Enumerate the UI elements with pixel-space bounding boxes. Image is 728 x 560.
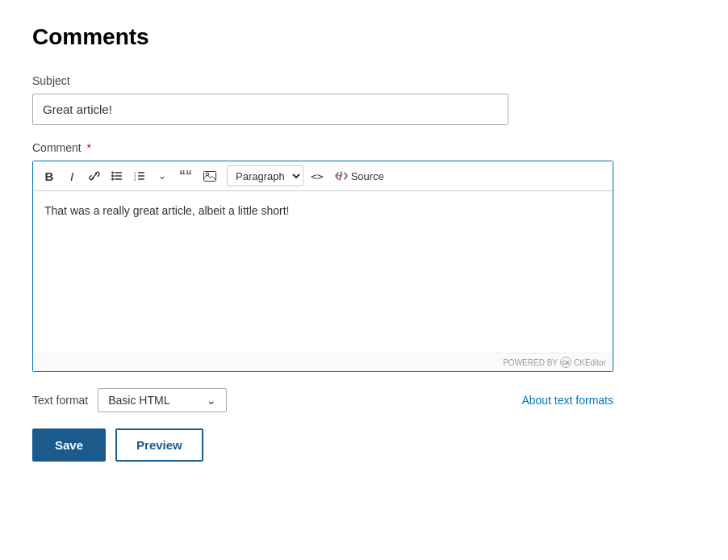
rich-text-editor: B I 1 <box>32 161 613 372</box>
svg-point-4 <box>111 178 114 181</box>
source-icon <box>335 170 348 182</box>
link-icon <box>89 170 100 182</box>
chevron-down-icon: ⌄ <box>158 170 166 182</box>
comment-editor[interactable]: That was a really great article, albeit … <box>33 191 613 353</box>
required-indicator: * <box>84 141 91 154</box>
svg-point-2 <box>111 175 114 178</box>
svg-text:CK: CK <box>562 360 570 366</box>
svg-rect-9 <box>138 175 144 177</box>
image-icon <box>203 171 216 182</box>
text-format-row: Text format Basic HTML ⌄ About text form… <box>32 388 613 412</box>
blockquote-button[interactable]: ““ <box>175 166 196 186</box>
link-button[interactable] <box>85 166 104 186</box>
list-indent-button[interactable]: ⌄ <box>153 166 172 186</box>
bold-button[interactable]: B <box>40 166 59 186</box>
page-title: Comments <box>32 24 696 50</box>
image-button[interactable] <box>199 166 220 186</box>
svg-text:3.: 3. <box>134 178 136 181</box>
paragraph-select-wrapper[interactable]: Paragraph Heading 1 Heading 2 Heading 3 <box>227 165 303 186</box>
text-format-left: Text format Basic HTML ⌄ <box>32 388 227 412</box>
svg-point-0 <box>111 172 114 174</box>
save-button[interactable]: Save <box>32 428 106 462</box>
subject-group: Subject <box>32 74 696 125</box>
text-format-select[interactable]: Basic HTML ⌄ <box>98 388 227 412</box>
svg-rect-7 <box>138 172 144 173</box>
ckeditor-branding: POWERED BY CK CKEditor <box>503 357 606 368</box>
subject-label: Subject <box>32 74 696 87</box>
comment-group: Comment * B I <box>32 141 696 372</box>
numbered-list-button[interactable]: 1. 2. 3. <box>130 166 149 186</box>
text-format-value: Basic HTML <box>108 394 169 407</box>
svg-rect-3 <box>115 175 122 177</box>
preview-button[interactable]: Preview <box>115 428 203 462</box>
editor-toolbar: B I 1 <box>33 161 613 191</box>
ckeditor-brand-text: CKEditor <box>574 358 606 367</box>
comment-label: Comment * <box>32 141 696 154</box>
ckeditor-logo-icon: CK <box>560 357 571 368</box>
subject-input[interactable] <box>32 94 508 125</box>
text-format-label: Text format <box>32 394 88 407</box>
svg-rect-1 <box>115 172 122 173</box>
text-format-chevron-icon: ⌄ <box>207 394 216 407</box>
paragraph-select[interactable]: Paragraph Heading 1 Heading 2 Heading 3 <box>227 165 303 186</box>
bullet-list-icon <box>111 171 123 181</box>
numbered-list-icon: 1. 2. 3. <box>134 171 145 181</box>
powered-by-text: POWERED BY <box>503 358 558 367</box>
source-button[interactable]: Source <box>331 168 388 185</box>
svg-rect-5 <box>115 178 122 180</box>
italic-button[interactable]: I <box>62 166 82 186</box>
about-text-formats-link[interactable]: About text formats <box>521 394 613 407</box>
svg-rect-11 <box>138 178 144 180</box>
editor-footer: POWERED BY CK CKEditor <box>33 353 613 371</box>
html-code-button[interactable]: <> <box>307 166 328 186</box>
bullet-list-button[interactable] <box>107 166 127 186</box>
buttons-row: Save Preview <box>32 428 696 462</box>
source-label: Source <box>351 170 384 182</box>
